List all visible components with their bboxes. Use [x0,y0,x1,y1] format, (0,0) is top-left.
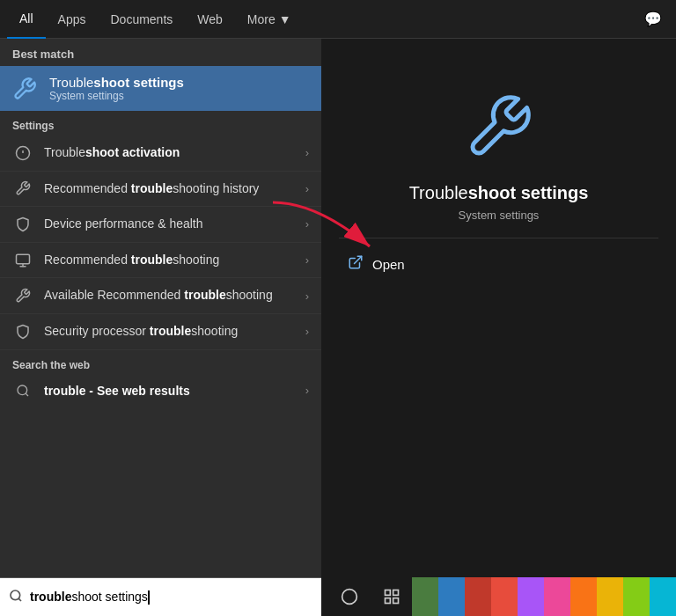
nav-bar: All Apps Documents Web More ▼ 💬 [0,0,676,39]
taskbar-grid-icon[interactable] [372,577,411,616]
list-item-security-processor[interactable]: Security processor troubleshooting › [0,314,321,350]
tile-10 [650,577,676,616]
best-match-title-bold: shoot settings [93,75,184,90]
taskbar-icons [321,577,411,616]
nav-all[interactable]: All [7,0,46,39]
web-search-text: trouble - See web results [44,384,295,398]
taskbar-circle-icon[interactable] [330,577,369,616]
taskbar-color-tiles [412,577,676,616]
settings-label: Settings [0,111,321,136]
open-button[interactable]: Open [348,254,405,274]
shield-icon-2 [12,324,33,340]
list-item-recommended-history[interactable]: Recommended troubleshooting history › [0,172,321,208]
svg-line-8 [355,256,362,263]
tile-6 [544,577,570,616]
key-icon-2 [12,288,33,304]
tile-1 [412,577,438,616]
chevron-right-icon-5: › [305,290,309,303]
best-match-title: Troubleshoot settings [49,75,184,90]
chevron-right-icon-1: › [305,146,309,159]
best-match-label: Best match [0,39,321,66]
item-text-security: Security processor troubleshooting [44,323,295,341]
search-icon [12,384,33,398]
best-match-text: Troubleshoot settings System settings [49,75,184,102]
nav-apps[interactable]: Apps [46,0,99,39]
best-match-title-plain: Trouble [49,75,93,90]
list-item-recommended-troubleshooting[interactable]: Recommended troubleshooting › [0,243,321,279]
item-text-device-perf: Device performance & health [44,216,295,233]
nav-documents[interactable]: Documents [98,0,185,39]
tile-5 [518,577,544,616]
nav-more[interactable]: More ▼ [235,0,304,39]
monitor-icon [12,253,33,268]
list-item-device-performance[interactable]: Device performance & health › [0,207,321,243]
svg-rect-14 [393,590,399,596]
svg-point-6 [18,385,27,395]
chevron-right-icon-6: › [305,325,309,338]
svg-point-12 [342,590,357,605]
best-match-subtitle: System settings [49,90,184,102]
right-panel-divider [339,238,658,238]
right-panel-subtitle: System settings [459,209,540,222]
web-search-item[interactable]: trouble - See web results › [0,375,321,407]
open-icon [348,254,364,274]
web-keyword-see: - See web results [85,384,189,398]
text-cursor [148,590,150,605]
svg-rect-13 [386,590,391,596]
search-input-value[interactable]: troubleshoot settings [30,590,312,605]
svg-line-11 [18,598,21,601]
tile-3 [465,577,491,616]
svg-rect-15 [386,598,391,604]
tile-4 [491,577,518,616]
item-text-available: Available Recommended troubleshooting [44,287,295,304]
search-bar[interactable]: troubleshoot settings [0,577,321,616]
list-item-available-recommended[interactable]: Available Recommended troubleshooting › [0,278,321,314]
web-section-label: Search the web [0,350,321,375]
item-text-activation: Troubleshoot activation [44,144,295,162]
right-panel-title: Troubleshoot settings [409,183,589,203]
svg-rect-3 [17,254,30,264]
nav-web[interactable]: Web [185,0,235,39]
feedback-icon[interactable]: 💬 [637,4,669,35]
best-match-item[interactable]: Troubleshoot settings System settings [0,66,321,111]
taskbar-search-icon [9,589,23,605]
svg-rect-16 [393,598,399,604]
right-panel: Troubleshoot settings System settings Op… [321,39,676,577]
chevron-right-web: › [305,384,309,397]
item-text-recommended: Recommended troubleshooting [44,252,295,269]
search-rest: shoot settings [71,590,147,604]
open-label[interactable]: Open [372,257,405,272]
tile-8 [597,577,623,616]
item-text-history: Recommended troubleshooting history [44,180,295,198]
tile-9 [623,577,650,616]
right-wrench-icon [464,92,534,165]
wrench-icon [12,77,37,101]
shield-icon-1 [12,216,33,232]
key-icon-1 [12,180,33,196]
taskbar: troubleshoot settings [0,577,676,616]
circle-icon [12,145,33,161]
tile-2 [438,577,465,616]
chevron-right-icon-3: › [305,217,309,231]
tile-7 [570,577,597,616]
svg-line-7 [26,393,28,396]
left-panel: Best match Troubleshoot settings System … [0,39,321,577]
chevron-right-icon-2: › [305,182,309,195]
svg-point-10 [11,590,20,600]
web-keyword-bold: trouble [44,384,85,398]
list-item-troubleshoot-activation[interactable]: Troubleshoot activation › [0,136,321,172]
chevron-right-icon-4: › [305,253,309,267]
